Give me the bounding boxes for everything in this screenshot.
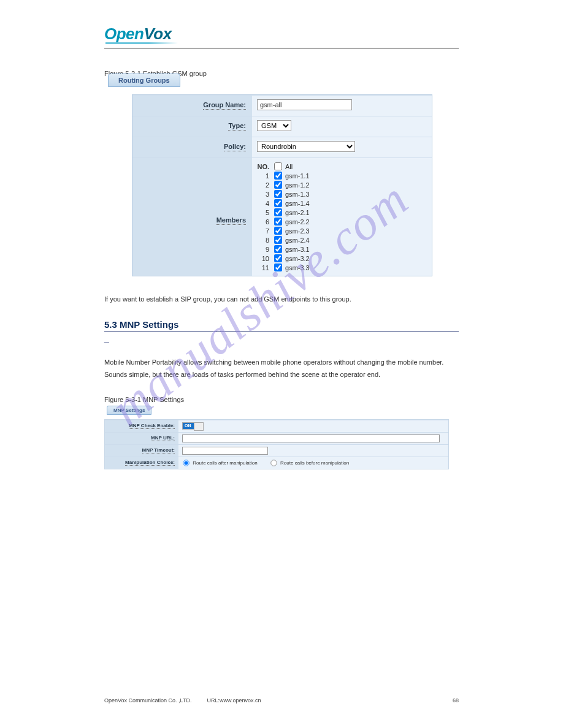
member-name: gsm-2.1	[285, 209, 310, 216]
type-label: Type:	[228, 122, 246, 131]
member-checkbox[interactable]	[274, 199, 282, 207]
member-checkbox[interactable]	[274, 208, 282, 216]
member-row: 3gsm-1.3	[257, 189, 427, 199]
paragraph-1: If you want to establish a SIP group, yo…	[104, 294, 459, 306]
member-row: 10gsm-3.2	[257, 254, 427, 263]
member-row: 1gsm-1.1	[257, 171, 427, 180]
mnp-url-label: MNP URL:	[151, 435, 175, 441]
members-label: Members	[216, 216, 246, 225]
member-checkbox[interactable]	[274, 172, 282, 180]
mnp-enable-toggle[interactable]: ON	[182, 422, 203, 430]
member-row: 5gsm-2.1	[257, 208, 427, 217]
member-name: gsm-2.4	[285, 237, 310, 244]
type-select[interactable]: GSM	[257, 120, 291, 131]
radio-after-label[interactable]: Route calls after manipulation	[182, 460, 259, 466]
figure2-caption: Figure 5-3-1 MNP Settings	[104, 396, 459, 403]
member-no: 6	[257, 218, 274, 226]
member-checkbox[interactable]	[274, 245, 282, 253]
section-rule	[104, 332, 459, 332]
member-no: 11	[257, 264, 274, 271]
member-checkbox[interactable]	[274, 181, 282, 189]
members-list: NO. All 1gsm-1.12gsm-1.23gsm-1.34gsm-1.4…	[257, 162, 427, 272]
members-row: Members NO. All 1gsm-1.12gsm-1.23gsm-1.3…	[132, 157, 432, 276]
member-name: gsm-1.4	[285, 200, 310, 207]
member-checkbox[interactable]	[274, 227, 282, 235]
all-label: All	[285, 163, 293, 170]
radio-before-label[interactable]: Route calls before manipulation	[270, 460, 349, 466]
policy-select[interactable]: Roundrobin	[257, 141, 355, 152]
member-name: gsm-3.1	[285, 246, 310, 253]
member-row: 6gsm-2.2	[257, 217, 427, 226]
type-row: Type: GSM	[132, 116, 432, 137]
member-row: 8gsm-2.4	[257, 235, 427, 245]
policy-label: Policy:	[224, 143, 246, 151]
footer-company: OpenVox Communication Co. ,LTD.	[104, 697, 191, 703]
footer-url: URL:www.openvox.cn	[207, 697, 261, 703]
member-row: 9gsm-3.1	[257, 245, 427, 254]
member-row: 7gsm-2.3	[257, 226, 427, 235]
member-no: 3	[257, 191, 274, 198]
routing-groups-panel: Group Name: Type: GSM Policy: Roundrobin	[132, 94, 432, 276]
footer: OpenVox Communication Co. ,LTD. URL:www.…	[104, 697, 459, 703]
member-no: 7	[257, 227, 274, 235]
policy-row: Policy: Roundrobin	[132, 137, 432, 157]
section-heading: 5.3 MNP Settings	[104, 319, 459, 330]
group-name-input[interactable]	[257, 99, 352, 110]
member-checkbox[interactable]	[274, 264, 282, 271]
header-rule	[104, 48, 459, 48]
member-name: gsm-2.2	[285, 218, 310, 226]
group-name-label: Group Name:	[203, 101, 246, 110]
member-row: 2gsm-1.2	[257, 180, 427, 189]
radio-before[interactable]	[270, 460, 277, 466]
member-checkbox[interactable]	[274, 236, 282, 244]
radio-after[interactable]	[183, 460, 189, 466]
member-row: 4gsm-1.4	[257, 199, 427, 208]
member-row: 11gsm-3.3	[257, 263, 427, 272]
member-name: gsm-3.3	[285, 264, 310, 271]
manipulation-row: Manipulation Choice: Route calls after m…	[105, 457, 448, 469]
member-no: 2	[257, 181, 274, 189]
mnp-enable-row: MNP Check Enable: ON	[105, 420, 448, 432]
member-no: 8	[257, 237, 274, 244]
mnp-timeout-input[interactable]	[182, 447, 268, 455]
logo-text: OpenVox	[104, 25, 459, 44]
member-checkbox[interactable]	[274, 190, 282, 198]
member-name: gsm-2.3	[285, 227, 310, 235]
member-no: 1	[257, 172, 274, 180]
paragraph-2: Mobile Number Portability allows switchi…	[104, 357, 459, 381]
mnp-enable-label: MNP Check Enable:	[129, 423, 175, 429]
no-header: NO.	[257, 163, 274, 170]
group-name-row: Group Name:	[132, 95, 432, 116]
member-name: gsm-3.2	[285, 255, 310, 262]
member-checkbox[interactable]	[274, 254, 282, 262]
mnp-timeout-label: MNP Timeout:	[142, 447, 175, 453]
manipulation-label: Manipulation Choice:	[125, 460, 175, 466]
member-no: 4	[257, 200, 274, 207]
member-checkbox[interactable]	[274, 218, 282, 226]
mnp-url-input[interactable]	[182, 434, 440, 442]
member-no: 10	[257, 255, 274, 262]
underscore: _	[104, 333, 459, 343]
mnp-settings-tab[interactable]: MNP Settings	[107, 406, 151, 415]
member-name: gsm-1.3	[285, 191, 310, 198]
logo: OpenVox	[104, 25, 459, 44]
footer-page: 68	[453, 697, 459, 703]
member-no: 5	[257, 209, 274, 216]
member-name: gsm-1.2	[285, 181, 310, 189]
mnp-settings-panel: MNP Check Enable: ON MNP URL: MNP Timeou…	[104, 419, 449, 469]
mnp-timeout-row: MNP Timeout:	[105, 444, 448, 457]
routing-groups-tab[interactable]: Routing Groups	[108, 74, 180, 87]
all-checkbox[interactable]	[274, 162, 282, 170]
mnp-url-row: MNP URL:	[105, 432, 448, 444]
member-no: 9	[257, 246, 274, 253]
member-name: gsm-1.1	[285, 172, 310, 180]
